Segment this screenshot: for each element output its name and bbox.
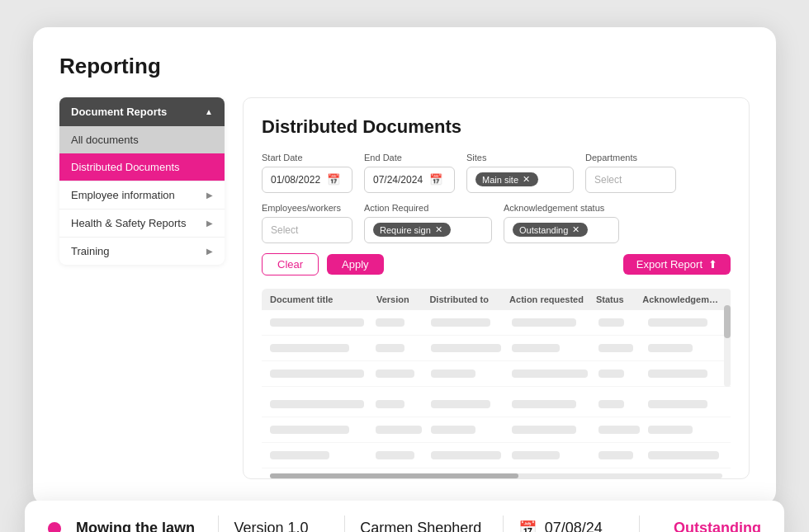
sidebar-item-employee-information[interactable]: Employee information ▶ xyxy=(59,181,225,209)
skeleton-cell xyxy=(431,400,490,408)
skeleton-cell xyxy=(512,400,576,408)
sites-input[interactable]: Main site ✕ xyxy=(466,167,574,193)
col-version: Version xyxy=(376,294,429,304)
filters-row-1: Start Date 01/08/2022 📅 End Date 07/24/2… xyxy=(262,153,731,193)
skeleton-cell xyxy=(431,344,501,352)
chevron-right-icon: ▶ xyxy=(206,191,213,200)
action-required-label: Action Required xyxy=(364,203,492,213)
status-dot-icon xyxy=(48,522,61,533)
page-title: Reporting xyxy=(59,54,750,79)
export-label: Export Report xyxy=(636,258,703,271)
table-rows xyxy=(262,310,731,387)
departments-label: Departments xyxy=(585,153,676,162)
skeleton-cell xyxy=(512,318,576,327)
table-scrollbar-thumb xyxy=(724,305,731,338)
start-date-input[interactable]: 01/08/2022 📅 xyxy=(262,167,352,193)
col-action-requested: Action requested xyxy=(509,294,596,304)
sidebar-header[interactable]: Document Reports ▲ xyxy=(59,97,225,126)
departments-select[interactable]: Select xyxy=(585,167,676,193)
skeleton-cell xyxy=(598,426,640,434)
table-wrapper: Document title Version Distributed to Ac… xyxy=(262,289,731,387)
lower-rows xyxy=(262,387,731,478)
skeleton-cell xyxy=(512,370,588,378)
horizontal-scrollbar-thumb xyxy=(270,473,518,478)
table-scrollbar[interactable] xyxy=(724,289,731,387)
export-button[interactable]: Export Report ⬆ xyxy=(623,254,731,275)
end-date-input[interactable]: 07/24/2024 📅 xyxy=(364,167,455,193)
float-version: Version 1.0 xyxy=(234,520,329,532)
chevron-right-icon: ▶ xyxy=(206,219,213,228)
acknowledgement-group: Acknowledgement status Outstanding ✕ xyxy=(504,203,619,243)
skeleton-cell xyxy=(376,400,405,408)
sites-tag: Main site ✕ xyxy=(475,172,538,186)
table-row xyxy=(262,310,731,336)
sidebar-header-label: Document Reports xyxy=(71,106,167,118)
skeleton-cell xyxy=(648,426,693,434)
clear-button[interactable]: Clear xyxy=(262,253,319,275)
skeleton-cell xyxy=(270,318,364,327)
floating-row-card: Mowing the lawn Version 1.0 Carmen Sheph… xyxy=(25,501,784,533)
table-row xyxy=(262,443,731,468)
float-date: 07/08/24 xyxy=(545,520,603,532)
skeleton-cell xyxy=(648,318,707,327)
skeleton-cell xyxy=(376,370,415,378)
skeleton-cell xyxy=(598,370,624,378)
skeleton-cell xyxy=(376,426,423,434)
table-row xyxy=(262,361,731,387)
skeleton-cell xyxy=(598,344,633,352)
divider xyxy=(503,516,504,533)
skeleton-cell xyxy=(648,344,693,352)
skeleton-cell xyxy=(376,318,405,327)
float-name: Carmen Shepherd xyxy=(360,520,487,532)
float-document-title: Mowing the lawn xyxy=(76,520,203,532)
float-date-group: 📅 07/08/24 xyxy=(518,520,625,533)
skeleton-cell xyxy=(598,318,624,327)
sidebar-item-distributed-documents[interactable]: Distributed Documents xyxy=(59,153,225,181)
chevron-up-icon: ▲ xyxy=(205,107,213,116)
skeleton-cell xyxy=(512,426,576,434)
skeleton-cell xyxy=(431,370,475,378)
sidebar-item-training[interactable]: Training ▶ xyxy=(59,237,225,265)
skeleton-cell xyxy=(270,400,364,408)
skeleton-cell xyxy=(270,426,349,434)
table-row xyxy=(262,417,731,443)
end-date-label: End Date xyxy=(364,153,455,162)
divider xyxy=(218,516,219,533)
acknowledgement-remove[interactable]: ✕ xyxy=(572,224,580,235)
employees-select[interactable]: Select xyxy=(262,217,352,243)
employees-placeholder: Select xyxy=(271,224,298,236)
skeleton-cell xyxy=(648,451,718,459)
acknowledgement-label: Acknowledgement status xyxy=(504,203,619,213)
float-status: Outstanding xyxy=(655,520,761,532)
apply-button[interactable]: Apply xyxy=(327,254,384,275)
table-header: Document title Version Distributed to Ac… xyxy=(262,289,731,310)
sites-tag-remove[interactable]: ✕ xyxy=(523,174,530,185)
skeleton-cell xyxy=(648,400,707,408)
acknowledgement-tag: Outstanding ✕ xyxy=(513,223,588,237)
employees-label: Employees/workers xyxy=(262,203,352,213)
table-row xyxy=(262,336,731,361)
start-date-value: 01/08/2022 xyxy=(271,174,320,186)
acknowledgement-input[interactable]: Outstanding ✕ xyxy=(504,217,619,243)
skeleton-cell xyxy=(512,451,560,459)
buttons-row: Clear Apply Export Report ⬆ xyxy=(262,253,731,275)
skeleton-cell xyxy=(648,370,707,378)
calendar-icon: 📅 xyxy=(327,173,340,186)
sidebar-item-health-safety[interactable]: Health & Safety Reports ▶ xyxy=(59,209,225,237)
col-status: Status xyxy=(596,294,642,304)
skeleton-cell xyxy=(270,344,349,352)
sites-group: Sites Main site ✕ xyxy=(466,153,574,193)
skeleton-cell xyxy=(376,451,415,459)
col-acknowledgement: Acknowledgem… xyxy=(642,294,722,304)
employees-group: Employees/workers Select xyxy=(262,203,352,243)
action-required-group: Action Required Require sign ✕ xyxy=(364,203,492,243)
action-required-input[interactable]: Require sign ✕ xyxy=(364,217,492,243)
action-required-remove[interactable]: ✕ xyxy=(435,224,442,235)
skeleton-cell xyxy=(376,344,405,352)
horizontal-scrollbar[interactable] xyxy=(270,473,722,478)
skeleton-cell xyxy=(431,318,490,327)
content-panel: Distributed Documents Start Date 01/08/2… xyxy=(243,97,750,479)
col-document-title: Document title xyxy=(270,294,376,304)
main-layout: Document Reports ▲ All documents Distrib… xyxy=(59,97,750,479)
sidebar-item-all-documents[interactable]: All documents xyxy=(59,126,225,153)
